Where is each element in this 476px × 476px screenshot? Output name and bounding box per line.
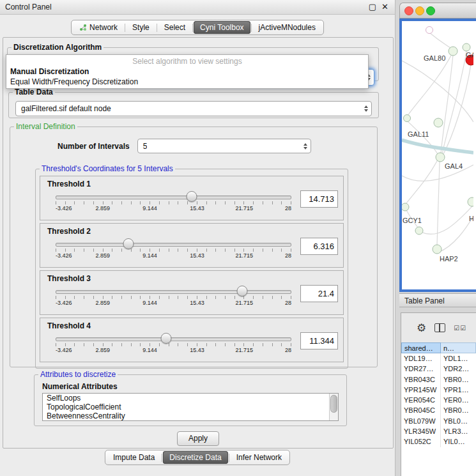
slider-track[interactable] <box>56 196 291 199</box>
tab-network[interactable]: Network <box>73 21 124 34</box>
node-label-gal4: GAL4 <box>445 162 463 170</box>
slider-thumb[interactable] <box>161 333 172 344</box>
table-panel-titlebar[interactable]: Table Panel <box>399 293 476 307</box>
column-header-name[interactable]: n… <box>441 342 476 353</box>
table-row[interactable]: YBL079WYBL0… <box>401 416 476 426</box>
columns-icon[interactable] <box>434 323 445 332</box>
slider-tick-marks <box>56 201 291 204</box>
network-node[interactable] <box>415 227 423 234</box>
numerical-attributes-list[interactable]: SelfLoopsTopologicalCoefficientBetweenne… <box>42 393 339 421</box>
apply-button[interactable]: Apply <box>177 431 219 446</box>
table-row[interactable]: YIL052CYIL0… <box>401 436 476 447</box>
table-row[interactable]: YDR27…YDR2… <box>401 364 476 374</box>
table-cell[interactable]: YER0… <box>441 395 476 405</box>
network-node-gal11[interactable] <box>434 118 443 127</box>
list-scrollbar[interactable] <box>329 394 338 420</box>
close-traffic-light-icon[interactable] <box>404 6 413 15</box>
combobox-arrows-icon <box>364 105 368 112</box>
table-row[interactable]: YDL19…YDL1… <box>401 353 476 364</box>
table-cell[interactable]: YPR1… <box>441 385 476 395</box>
tab-cyni-toolbox[interactable]: Cyni Toolbox <box>194 21 250 34</box>
tab-discretize-data[interactable]: Discretize Data <box>163 451 227 464</box>
table-cell[interactable]: YBL0… <box>441 416 476 426</box>
tab-select[interactable]: Select <box>158 21 192 34</box>
float-window-icon[interactable]: ▢ <box>369 0 376 14</box>
slider-thumb[interactable] <box>236 286 247 296</box>
column-header-shared-name[interactable]: shared… <box>401 342 441 353</box>
table-cell[interactable]: YDR27… <box>401 364 441 374</box>
gear-icon[interactable]: ⚙ <box>417 323 426 334</box>
table-cell[interactable]: YDL19… <box>401 353 441 364</box>
table-cell[interactable]: YPR145W <box>401 385 441 395</box>
close-window-icon[interactable]: ✕ <box>381 0 388 14</box>
tick-label: 2.859 <box>96 300 111 306</box>
threshold-slider[interactable]: -3.4262.8599.14415.4321.71528 <box>56 238 291 259</box>
tick-label: 9.144 <box>142 205 157 211</box>
table-cell[interactable]: YLR345W <box>401 426 441 436</box>
control-panel-titlebar[interactable]: Control Panel ▢ ✕ <box>0 0 395 15</box>
tab-separator <box>229 454 229 462</box>
slider-thumb[interactable] <box>186 191 197 202</box>
table-row[interactable]: YPR145WYPR1… <box>401 385 476 395</box>
table-cell[interactable]: YBR043C <box>401 374 441 385</box>
table-row[interactable]: YER054CYER0… <box>401 395 476 405</box>
tab-jactivemnodules[interactable]: jActiveMNodules <box>252 21 322 34</box>
slider-track[interactable] <box>56 243 291 247</box>
slider-thumb[interactable] <box>123 238 134 249</box>
network-node[interactable] <box>468 197 473 206</box>
table-data-combobox[interactable]: galFiltered.sif default node <box>15 101 372 116</box>
threshold-value-field[interactable]: 21.4 <box>300 285 338 302</box>
table-cell[interactable]: YIL0… <box>441 436 476 447</box>
table-row[interactable]: YBR043CYBR0… <box>401 374 476 385</box>
table-cell[interactable]: YER054C <box>401 395 441 405</box>
dropdown-option-manual-discretization[interactable]: Manual Discretization <box>6 66 368 77</box>
table-cell[interactable]: YBR0… <box>441 374 476 385</box>
network-node-gal80[interactable] <box>449 47 457 56</box>
table-row[interactable]: YLR345WYLR3… <box>401 426 476 436</box>
threshold-value-field[interactable]: 11.344 <box>300 332 338 349</box>
tab-infer-network[interactable]: Infer Network <box>230 451 288 464</box>
tick-label: 28 <box>285 347 291 353</box>
number-of-intervals-combobox[interactable]: 5 <box>137 139 311 153</box>
node-label-cut: GA <box>466 51 473 59</box>
tick-label: 9.144 <box>142 347 157 353</box>
table-cell[interactable]: YBL079W <box>401 416 441 426</box>
table-cell[interactable]: YBR0… <box>441 405 476 415</box>
select-columns-icon[interactable]: ☑☑ <box>454 325 466 332</box>
network-node-hap2[interactable] <box>433 245 441 254</box>
table-cell[interactable]: YLR3… <box>441 426 476 436</box>
list-item[interactable]: SelfLoops <box>43 394 338 403</box>
minimize-traffic-light-icon[interactable] <box>415 6 424 15</box>
network-node[interactable] <box>463 43 470 51</box>
threshold-value-field[interactable]: 6.316 <box>300 238 338 255</box>
window-controls: ▢ ✕ <box>369 0 388 14</box>
scrollbar-thumb[interactable] <box>330 395 337 413</box>
table-cell[interactable]: YIL052C <box>401 436 441 447</box>
tab-impute-data[interactable]: Impute Data <box>107 451 161 464</box>
threshold-slider[interactable]: -3.4262.8599.14415.4321.71528 <box>56 190 291 212</box>
network-node-gal4[interactable] <box>436 153 445 162</box>
list-item[interactable]: TopologicalCoefficient <box>43 403 338 411</box>
slider-track[interactable] <box>56 337 291 341</box>
table-row[interactable]: YBR045CYBR0… <box>401 405 476 415</box>
table-cell[interactable]: YDL1… <box>441 353 476 364</box>
tick-label: 28 <box>285 205 291 211</box>
node-label-gcy1: GCY1 <box>403 217 422 224</box>
table-cell[interactable]: YBR045C <box>401 405 441 415</box>
dropdown-option-equal-width-frequency[interactable]: Equal Width/Frequency Discretization <box>6 77 368 87</box>
network-canvas[interactable]: GAL80 GA GAL11 GAL4 GCY1 HAP2 H <box>399 19 476 292</box>
network-node[interactable] <box>404 115 411 122</box>
threshold-slider[interactable]: -3.4262.8599.14415.4321.71528 <box>56 332 291 354</box>
dropdown-placeholder-item[interactable]: Select algorithm to view settings <box>6 56 368 66</box>
zoom-traffic-light-icon[interactable] <box>426 6 435 15</box>
table-cell[interactable]: YDR2… <box>441 364 476 374</box>
tab-style[interactable]: Style <box>126 21 156 34</box>
network-node[interactable] <box>426 27 433 34</box>
slider-track[interactable] <box>56 290 291 294</box>
tick-label: 28 <box>285 300 291 306</box>
threshold-slider[interactable]: -3.4262.8599.14415.4321.71528 <box>56 285 291 307</box>
threshold-value-field[interactable]: 14.713 <box>300 190 338 208</box>
network-node-gcy1[interactable] <box>402 203 409 211</box>
network-window-titlebar[interactable] <box>399 3 476 19</box>
list-item[interactable]: BetweennessCentrality <box>43 411 338 420</box>
